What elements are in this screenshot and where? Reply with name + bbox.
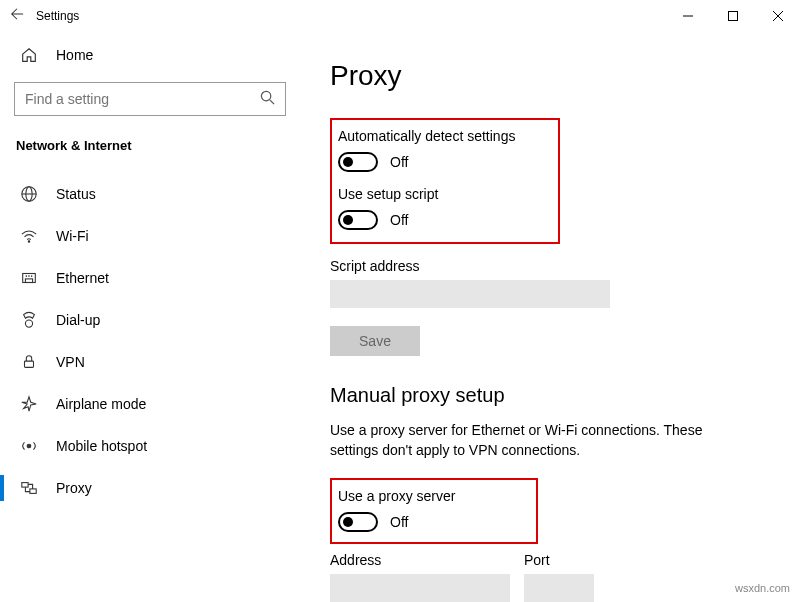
auto-detect-label: Automatically detect settings	[338, 128, 540, 144]
svg-rect-19	[30, 489, 36, 494]
save-button: Save	[330, 326, 420, 356]
search-icon	[260, 90, 275, 109]
sidebar-item-wifi[interactable]: Wi-Fi	[14, 215, 286, 257]
home-label: Home	[56, 47, 93, 63]
sidebar-item-label: Mobile hotspot	[56, 438, 147, 454]
search-box[interactable]	[14, 82, 286, 116]
use-script-toggle[interactable]	[338, 210, 378, 230]
svg-point-15	[25, 320, 32, 327]
sidebar-item-label: Airplane mode	[56, 396, 146, 412]
home-icon	[20, 46, 38, 64]
svg-rect-18	[22, 483, 28, 488]
use-proxy-toggle[interactable]	[338, 512, 378, 532]
window-title: Settings	[36, 9, 79, 23]
auto-detect-toggle[interactable]	[338, 152, 378, 172]
svg-rect-11	[25, 279, 32, 283]
port-label: Port	[524, 552, 594, 568]
svg-rect-10	[23, 274, 36, 283]
manual-section-title: Manual proxy setup	[330, 384, 770, 407]
sidebar-item-ethernet[interactable]: Ethernet	[14, 257, 286, 299]
address-input	[330, 574, 510, 602]
back-icon[interactable]	[10, 7, 24, 25]
use-proxy-label: Use a proxy server	[338, 488, 518, 504]
dialup-icon	[20, 311, 38, 329]
script-address-input	[330, 280, 610, 308]
vpn-icon	[20, 353, 38, 371]
sidebar-item-label: Status	[56, 186, 96, 202]
close-button[interactable]	[755, 0, 800, 32]
watermark: wsxdn.com	[735, 582, 790, 594]
svg-point-9	[28, 241, 29, 242]
sidebar-item-airplane[interactable]: Airplane mode	[14, 383, 286, 425]
proxy-icon	[20, 479, 38, 497]
use-script-state: Off	[390, 212, 408, 228]
category-header: Network & Internet	[14, 134, 286, 173]
search-input[interactable]	[25, 91, 260, 107]
sidebar: Home Network & Internet Status Wi-Fi Eth…	[0, 32, 300, 602]
sidebar-item-label: Proxy	[56, 480, 92, 496]
ethernet-icon	[20, 269, 38, 287]
sidebar-item-vpn[interactable]: VPN	[14, 341, 286, 383]
svg-line-5	[270, 99, 274, 103]
sidebar-item-hotspot[interactable]: Mobile hotspot	[14, 425, 286, 467]
manual-section-desc: Use a proxy server for Ethernet or Wi-Fi…	[330, 421, 750, 460]
address-label: Address	[330, 552, 510, 568]
airplane-icon	[20, 395, 38, 413]
minimize-button[interactable]	[665, 0, 710, 32]
use-proxy-state: Off	[390, 514, 408, 530]
maximize-button[interactable]	[710, 0, 755, 32]
titlebar-left: Settings	[10, 7, 79, 25]
svg-rect-16	[25, 361, 34, 367]
port-input	[524, 574, 594, 602]
sidebar-item-label: Dial-up	[56, 312, 100, 328]
highlight-auto-setup: Automatically detect settings Off Use se…	[330, 118, 560, 244]
hotspot-icon	[20, 437, 38, 455]
sidebar-item-dialup[interactable]: Dial-up	[14, 299, 286, 341]
home-nav[interactable]: Home	[14, 32, 286, 82]
use-script-label: Use setup script	[338, 186, 540, 202]
main-content: Proxy Automatically detect settings Off …	[300, 32, 800, 602]
sidebar-item-proxy[interactable]: Proxy	[14, 467, 286, 509]
wifi-icon	[20, 227, 38, 245]
titlebar: Settings	[0, 0, 800, 32]
highlight-manual-proxy: Use a proxy server Off	[330, 478, 538, 544]
svg-rect-1	[728, 12, 737, 21]
window-controls	[665, 0, 800, 32]
globe-icon	[20, 185, 38, 203]
page-title: Proxy	[330, 60, 770, 92]
sidebar-item-status[interactable]: Status	[14, 173, 286, 215]
script-address-label: Script address	[330, 258, 770, 274]
svg-point-17	[27, 444, 31, 448]
svg-point-4	[261, 91, 270, 100]
auto-detect-state: Off	[390, 154, 408, 170]
sidebar-item-label: Wi-Fi	[56, 228, 89, 244]
sidebar-item-label: VPN	[56, 354, 85, 370]
sidebar-item-label: Ethernet	[56, 270, 109, 286]
